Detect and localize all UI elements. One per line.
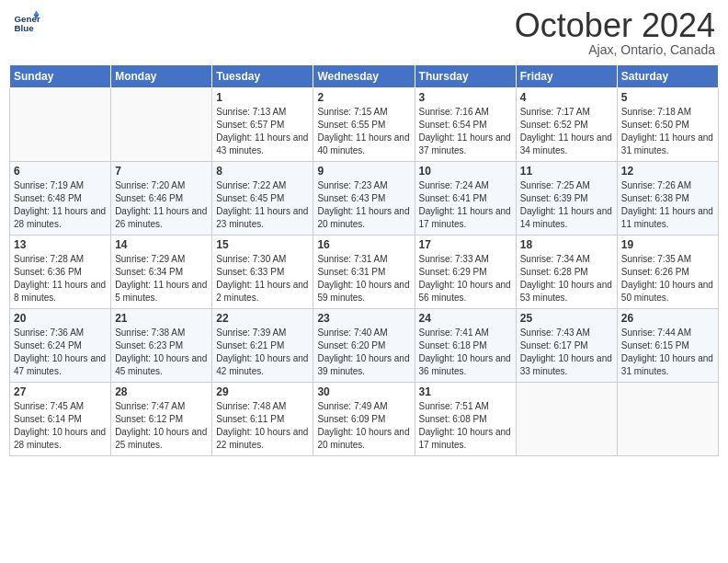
weekday-header-wednesday: Wednesday — [313, 65, 415, 88]
day-info: Sunrise: 7:43 AM Sunset: 6:17 PM Dayligh… — [520, 327, 613, 378]
day-cell: 25Sunrise: 7:43 AM Sunset: 6:17 PM Dayli… — [516, 309, 617, 383]
month-title: October 2024 — [515, 9, 715, 42]
day-info: Sunrise: 7:17 AM Sunset: 6:52 PM Dayligh… — [520, 106, 613, 157]
day-cell: 28Sunrise: 7:47 AM Sunset: 6:12 PM Dayli… — [111, 383, 212, 456]
day-number: 2 — [317, 91, 410, 104]
day-cell: 3Sunrise: 7:16 AM Sunset: 6:54 PM Daylig… — [415, 88, 516, 162]
day-info: Sunrise: 7:47 AM Sunset: 6:12 PM Dayligh… — [115, 400, 208, 452]
day-info: Sunrise: 7:45 AM Sunset: 6:14 PM Dayligh… — [14, 400, 107, 452]
week-row-1: 1Sunrise: 7:13 AM Sunset: 6:57 PM Daylig… — [10, 88, 719, 162]
day-cell: 8Sunrise: 7:22 AM Sunset: 6:45 PM Daylig… — [212, 162, 313, 236]
day-cell — [516, 383, 617, 456]
day-cell: 14Sunrise: 7:29 AM Sunset: 6:34 PM Dayli… — [111, 236, 212, 309]
day-cell: 27Sunrise: 7:45 AM Sunset: 6:14 PM Dayli… — [10, 383, 111, 456]
day-info: Sunrise: 7:13 AM Sunset: 6:57 PM Dayligh… — [216, 106, 309, 157]
day-number: 25 — [520, 312, 613, 325]
day-info: Sunrise: 7:35 AM Sunset: 6:26 PM Dayligh… — [621, 253, 714, 304]
weekday-header-saturday: Saturday — [617, 65, 718, 88]
weekday-header-sunday: Sunday — [10, 65, 111, 88]
day-info: Sunrise: 7:22 AM Sunset: 6:45 PM Dayligh… — [216, 179, 309, 231]
day-cell: 11Sunrise: 7:25 AM Sunset: 6:39 PM Dayli… — [516, 162, 617, 236]
logo-icon: General Blue — [13, 9, 40, 37]
day-info: Sunrise: 7:26 AM Sunset: 6:38 PM Dayligh… — [621, 179, 714, 231]
day-info: Sunrise: 7:20 AM Sunset: 6:46 PM Dayligh… — [115, 179, 208, 231]
day-number: 4 — [520, 91, 613, 104]
week-row-5: 27Sunrise: 7:45 AM Sunset: 6:14 PM Dayli… — [10, 383, 719, 456]
day-number: 20 — [14, 312, 107, 325]
day-number: 3 — [419, 91, 512, 104]
day-cell: 15Sunrise: 7:30 AM Sunset: 6:33 PM Dayli… — [212, 236, 313, 309]
day-cell — [111, 88, 212, 162]
day-number: 23 — [317, 312, 410, 325]
day-cell: 26Sunrise: 7:44 AM Sunset: 6:15 PM Dayli… — [617, 309, 718, 383]
svg-marker-2 — [34, 11, 40, 16]
day-cell: 9Sunrise: 7:23 AM Sunset: 6:43 PM Daylig… — [313, 162, 415, 236]
day-info: Sunrise: 7:38 AM Sunset: 6:23 PM Dayligh… — [115, 327, 208, 378]
day-info: Sunrise: 7:28 AM Sunset: 6:36 PM Dayligh… — [14, 253, 107, 304]
day-cell: 6Sunrise: 7:19 AM Sunset: 6:48 PM Daylig… — [10, 162, 111, 236]
day-number: 15 — [216, 238, 309, 251]
day-number: 17 — [419, 238, 512, 251]
day-cell: 16Sunrise: 7:31 AM Sunset: 6:31 PM Dayli… — [313, 236, 415, 309]
day-info: Sunrise: 7:44 AM Sunset: 6:15 PM Dayligh… — [621, 327, 714, 378]
day-cell: 7Sunrise: 7:20 AM Sunset: 6:46 PM Daylig… — [111, 162, 212, 236]
day-info: Sunrise: 7:30 AM Sunset: 6:33 PM Dayligh… — [216, 253, 309, 304]
day-cell: 4Sunrise: 7:17 AM Sunset: 6:52 PM Daylig… — [516, 88, 617, 162]
day-info: Sunrise: 7:16 AM Sunset: 6:54 PM Dayligh… — [419, 106, 512, 157]
day-number: 19 — [621, 238, 714, 251]
calendar-table: SundayMondayTuesdayWednesdayThursdayFrid… — [9, 64, 719, 456]
day-cell: 2Sunrise: 7:15 AM Sunset: 6:55 PM Daylig… — [313, 88, 415, 162]
location: Ajax, Ontario, Canada — [515, 42, 715, 57]
day-info: Sunrise: 7:24 AM Sunset: 6:41 PM Dayligh… — [419, 179, 512, 231]
day-number: 26 — [621, 312, 714, 325]
weekday-header-row: SundayMondayTuesdayWednesdayThursdayFrid… — [10, 65, 719, 88]
day-info: Sunrise: 7:33 AM Sunset: 6:29 PM Dayligh… — [419, 253, 512, 304]
weekday-header-monday: Monday — [111, 65, 212, 88]
day-number: 22 — [216, 312, 309, 325]
day-number: 14 — [115, 238, 208, 251]
day-info: Sunrise: 7:36 AM Sunset: 6:24 PM Dayligh… — [14, 327, 107, 378]
day-number: 29 — [216, 385, 309, 398]
day-info: Sunrise: 7:25 AM Sunset: 6:39 PM Dayligh… — [520, 179, 613, 231]
day-number: 7 — [115, 165, 208, 178]
day-info: Sunrise: 7:15 AM Sunset: 6:55 PM Dayligh… — [317, 106, 410, 157]
day-number: 9 — [317, 165, 410, 178]
day-info: Sunrise: 7:48 AM Sunset: 6:11 PM Dayligh… — [216, 400, 309, 452]
day-info: Sunrise: 7:18 AM Sunset: 6:50 PM Dayligh… — [621, 106, 714, 157]
day-cell: 18Sunrise: 7:34 AM Sunset: 6:28 PM Dayli… — [516, 236, 617, 309]
weekday-header-friday: Friday — [516, 65, 617, 88]
day-cell — [617, 383, 718, 456]
week-row-3: 13Sunrise: 7:28 AM Sunset: 6:36 PM Dayli… — [10, 236, 719, 309]
day-cell: 23Sunrise: 7:40 AM Sunset: 6:20 PM Dayli… — [313, 309, 415, 383]
day-cell: 13Sunrise: 7:28 AM Sunset: 6:36 PM Dayli… — [10, 236, 111, 309]
day-cell: 31Sunrise: 7:51 AM Sunset: 6:08 PM Dayli… — [415, 383, 516, 456]
day-number: 12 — [621, 165, 714, 178]
day-cell: 12Sunrise: 7:26 AM Sunset: 6:38 PM Dayli… — [617, 162, 718, 236]
day-number: 11 — [520, 165, 613, 178]
day-number: 31 — [419, 385, 512, 398]
week-row-2: 6Sunrise: 7:19 AM Sunset: 6:48 PM Daylig… — [10, 162, 719, 236]
day-number: 21 — [115, 312, 208, 325]
svg-text:Blue: Blue — [15, 23, 35, 33]
day-cell: 5Sunrise: 7:18 AM Sunset: 6:50 PM Daylig… — [617, 88, 718, 162]
day-info: Sunrise: 7:19 AM Sunset: 6:48 PM Dayligh… — [14, 179, 107, 231]
day-info: Sunrise: 7:41 AM Sunset: 6:18 PM Dayligh… — [419, 327, 512, 378]
day-number: 18 — [520, 238, 613, 251]
week-row-4: 20Sunrise: 7:36 AM Sunset: 6:24 PM Dayli… — [10, 309, 719, 383]
day-number: 27 — [14, 385, 107, 398]
day-info: Sunrise: 7:29 AM Sunset: 6:34 PM Dayligh… — [115, 253, 208, 304]
day-number: 13 — [14, 238, 107, 251]
day-cell: 17Sunrise: 7:33 AM Sunset: 6:29 PM Dayli… — [415, 236, 516, 309]
logo: General Blue — [13, 9, 40, 37]
weekday-header-tuesday: Tuesday — [212, 65, 313, 88]
day-cell: 20Sunrise: 7:36 AM Sunset: 6:24 PM Dayli… — [10, 309, 111, 383]
day-number: 16 — [317, 238, 410, 251]
day-cell: 22Sunrise: 7:39 AM Sunset: 6:21 PM Dayli… — [212, 309, 313, 383]
day-number: 28 — [115, 385, 208, 398]
day-info: Sunrise: 7:23 AM Sunset: 6:43 PM Dayligh… — [317, 179, 410, 231]
day-cell: 10Sunrise: 7:24 AM Sunset: 6:41 PM Dayli… — [415, 162, 516, 236]
day-cell: 19Sunrise: 7:35 AM Sunset: 6:26 PM Dayli… — [617, 236, 718, 309]
day-info: Sunrise: 7:49 AM Sunset: 6:09 PM Dayligh… — [317, 400, 410, 452]
day-number: 30 — [317, 385, 410, 398]
calendar-header: General Blue October 2024 Ajax, Ontario,… — [9, 9, 719, 57]
